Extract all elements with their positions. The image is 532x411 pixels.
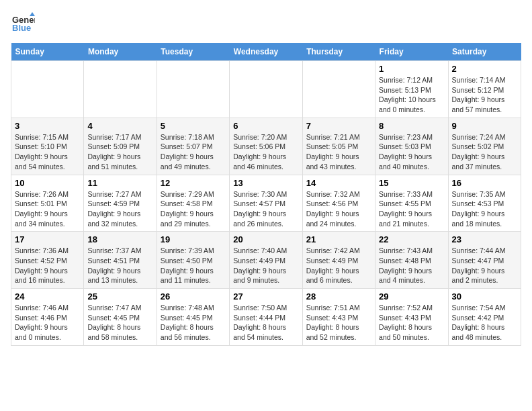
calendar-cell: 3Sunrise: 7:15 AMSunset: 5:10 PMDaylight… bbox=[11, 118, 84, 175]
day-number: 9 bbox=[452, 121, 517, 131]
day-number: 23 bbox=[452, 234, 517, 244]
day-info: Sunrise: 7:20 AMSunset: 5:06 PMDaylight:… bbox=[233, 132, 298, 172]
day-info: Sunrise: 7:44 AMSunset: 4:47 PMDaylight:… bbox=[452, 246, 517, 285]
day-number: 18 bbox=[87, 234, 152, 244]
calendar-cell bbox=[157, 61, 229, 118]
calendar-cell: 16Sunrise: 7:35 AMSunset: 4:53 PMDayligh… bbox=[448, 175, 521, 232]
calendar-cell: 10Sunrise: 7:26 AMSunset: 5:01 PMDayligh… bbox=[11, 175, 84, 232]
calendar-cell bbox=[11, 61, 84, 118]
day-info: Sunrise: 7:21 AMSunset: 5:05 PMDaylight:… bbox=[306, 132, 371, 172]
weekday-header-tuesday: Tuesday bbox=[157, 43, 229, 61]
svg-text:Blue: Blue bbox=[12, 23, 31, 33]
calendar-table: SundayMondayTuesdayWednesdayThursdayFrid… bbox=[11, 43, 521, 346]
day-info: Sunrise: 7:12 AMSunset: 5:13 PMDaylight:… bbox=[379, 75, 444, 115]
day-info: Sunrise: 7:52 AMSunset: 4:43 PMDaylight:… bbox=[379, 303, 444, 342]
calendar-cell: 9Sunrise: 7:24 AMSunset: 5:02 PMDaylight… bbox=[448, 118, 521, 175]
day-info: Sunrise: 7:51 AMSunset: 4:43 PMDaylight:… bbox=[306, 303, 371, 342]
day-info: Sunrise: 7:33 AMSunset: 4:55 PMDaylight:… bbox=[379, 189, 444, 229]
day-info: Sunrise: 7:30 AMSunset: 4:57 PMDaylight:… bbox=[233, 189, 298, 229]
day-info: Sunrise: 7:39 AMSunset: 4:50 PMDaylight:… bbox=[161, 246, 226, 285]
calendar-cell: 7Sunrise: 7:21 AMSunset: 5:05 PMDaylight… bbox=[302, 118, 375, 175]
header: General Blue bbox=[11, 11, 521, 35]
calendar-cell: 28Sunrise: 7:51 AMSunset: 4:43 PMDayligh… bbox=[302, 289, 375, 346]
day-number: 13 bbox=[233, 178, 298, 188]
calendar-cell: 30Sunrise: 7:54 AMSunset: 4:42 PMDayligh… bbox=[448, 289, 521, 346]
calendar-cell: 8Sunrise: 7:23 AMSunset: 5:03 PMDaylight… bbox=[375, 118, 448, 175]
calendar-cell: 12Sunrise: 7:29 AMSunset: 4:58 PMDayligh… bbox=[157, 175, 229, 232]
day-info: Sunrise: 7:48 AMSunset: 4:45 PMDaylight:… bbox=[161, 303, 226, 342]
calendar-cell: 4Sunrise: 7:17 AMSunset: 5:09 PMDaylight… bbox=[84, 118, 157, 175]
calendar-cell: 22Sunrise: 7:43 AMSunset: 4:48 PMDayligh… bbox=[375, 232, 448, 289]
day-number: 16 bbox=[452, 178, 517, 188]
day-info: Sunrise: 7:50 AMSunset: 4:44 PMDaylight:… bbox=[233, 303, 298, 342]
day-info: Sunrise: 7:42 AMSunset: 4:49 PMDaylight:… bbox=[306, 246, 371, 285]
day-number: 20 bbox=[233, 234, 298, 244]
weekday-header-friday: Friday bbox=[375, 43, 448, 61]
day-number: 22 bbox=[379, 234, 444, 244]
calendar-cell: 15Sunrise: 7:33 AMSunset: 4:55 PMDayligh… bbox=[375, 175, 448, 232]
weekday-header-saturday: Saturday bbox=[448, 43, 521, 61]
day-number: 15 bbox=[379, 178, 444, 188]
day-info: Sunrise: 7:47 AMSunset: 4:45 PMDaylight:… bbox=[87, 303, 152, 342]
calendar-cell: 20Sunrise: 7:40 AMSunset: 4:49 PMDayligh… bbox=[230, 232, 302, 289]
day-number: 24 bbox=[15, 291, 80, 302]
calendar-cell: 25Sunrise: 7:47 AMSunset: 4:45 PMDayligh… bbox=[84, 289, 157, 346]
day-info: Sunrise: 7:37 AMSunset: 4:51 PMDaylight:… bbox=[87, 246, 152, 285]
day-info: Sunrise: 7:23 AMSunset: 5:03 PMDaylight:… bbox=[379, 132, 444, 172]
day-number: 12 bbox=[161, 178, 226, 188]
day-number: 5 bbox=[161, 121, 226, 131]
calendar-cell: 19Sunrise: 7:39 AMSunset: 4:50 PMDayligh… bbox=[157, 232, 229, 289]
calendar-cell: 11Sunrise: 7:27 AMSunset: 4:59 PMDayligh… bbox=[84, 175, 157, 232]
day-number: 28 bbox=[306, 291, 371, 302]
day-number: 29 bbox=[379, 291, 444, 302]
weekday-header-thursday: Thursday bbox=[302, 43, 375, 61]
day-info: Sunrise: 7:29 AMSunset: 4:58 PMDaylight:… bbox=[161, 189, 226, 229]
day-number: 10 bbox=[15, 178, 80, 188]
day-number: 27 bbox=[233, 291, 298, 302]
day-info: Sunrise: 7:43 AMSunset: 4:48 PMDaylight:… bbox=[379, 246, 444, 285]
logo-icon: General Blue bbox=[11, 11, 35, 35]
day-number: 14 bbox=[306, 178, 371, 188]
day-info: Sunrise: 7:54 AMSunset: 4:42 PMDaylight:… bbox=[452, 303, 517, 342]
calendar-cell: 27Sunrise: 7:50 AMSunset: 4:44 PMDayligh… bbox=[230, 289, 302, 346]
day-info: Sunrise: 7:14 AMSunset: 5:12 PMDaylight:… bbox=[452, 75, 517, 115]
calendar-cell: 21Sunrise: 7:42 AMSunset: 4:49 PMDayligh… bbox=[302, 232, 375, 289]
day-info: Sunrise: 7:15 AMSunset: 5:10 PMDaylight:… bbox=[15, 132, 80, 172]
calendar-cell: 18Sunrise: 7:37 AMSunset: 4:51 PMDayligh… bbox=[84, 232, 157, 289]
day-number: 1 bbox=[379, 64, 444, 74]
day-info: Sunrise: 7:17 AMSunset: 5:09 PMDaylight:… bbox=[87, 132, 152, 172]
calendar-cell: 14Sunrise: 7:32 AMSunset: 4:56 PMDayligh… bbox=[302, 175, 375, 232]
calendar-cell: 6Sunrise: 7:20 AMSunset: 5:06 PMDaylight… bbox=[230, 118, 302, 175]
calendar-cell: 23Sunrise: 7:44 AMSunset: 4:47 PMDayligh… bbox=[448, 232, 521, 289]
day-number: 4 bbox=[87, 121, 152, 131]
day-info: Sunrise: 7:27 AMSunset: 4:59 PMDaylight:… bbox=[87, 189, 152, 229]
day-number: 2 bbox=[452, 64, 517, 74]
logo: General Blue bbox=[11, 11, 35, 35]
calendar-cell: 13Sunrise: 7:30 AMSunset: 4:57 PMDayligh… bbox=[230, 175, 302, 232]
svg-marker-2 bbox=[30, 12, 35, 16]
weekday-header-monday: Monday bbox=[84, 43, 157, 61]
calendar-cell: 29Sunrise: 7:52 AMSunset: 4:43 PMDayligh… bbox=[375, 289, 448, 346]
day-number: 7 bbox=[306, 121, 371, 131]
day-number: 25 bbox=[87, 291, 152, 302]
day-number: 17 bbox=[15, 234, 80, 244]
weekday-header-sunday: Sunday bbox=[11, 43, 84, 61]
calendar-cell: 5Sunrise: 7:18 AMSunset: 5:07 PMDaylight… bbox=[157, 118, 229, 175]
day-number: 30 bbox=[452, 291, 517, 302]
day-number: 19 bbox=[161, 234, 226, 244]
weekday-header-wednesday: Wednesday bbox=[230, 43, 302, 61]
day-info: Sunrise: 7:18 AMSunset: 5:07 PMDaylight:… bbox=[161, 132, 226, 172]
day-info: Sunrise: 7:32 AMSunset: 4:56 PMDaylight:… bbox=[306, 189, 371, 229]
calendar-cell: 1Sunrise: 7:12 AMSunset: 5:13 PMDaylight… bbox=[375, 61, 448, 118]
day-number: 8 bbox=[379, 121, 444, 131]
day-info: Sunrise: 7:35 AMSunset: 4:53 PMDaylight:… bbox=[452, 189, 517, 229]
day-number: 21 bbox=[306, 234, 371, 244]
calendar-cell bbox=[302, 61, 375, 118]
day-info: Sunrise: 7:26 AMSunset: 5:01 PMDaylight:… bbox=[15, 189, 80, 229]
calendar-cell: 24Sunrise: 7:46 AMSunset: 4:46 PMDayligh… bbox=[11, 289, 84, 346]
calendar-cell: 2Sunrise: 7:14 AMSunset: 5:12 PMDaylight… bbox=[448, 61, 521, 118]
day-number: 11 bbox=[87, 178, 152, 188]
day-info: Sunrise: 7:40 AMSunset: 4:49 PMDaylight:… bbox=[233, 246, 298, 285]
day-info: Sunrise: 7:46 AMSunset: 4:46 PMDaylight:… bbox=[15, 303, 80, 342]
day-number: 26 bbox=[161, 291, 226, 302]
